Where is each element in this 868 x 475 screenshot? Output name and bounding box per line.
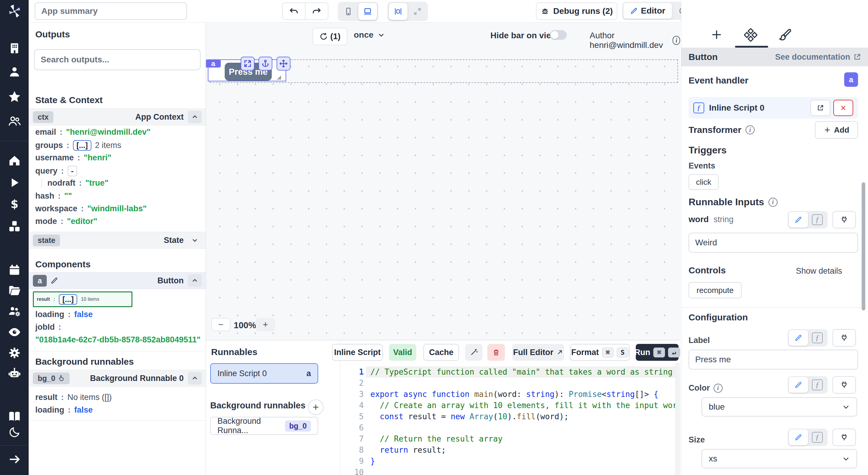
color-mode-toggle: ƒ (788, 376, 828, 394)
info-icon[interactable]: i (714, 384, 723, 393)
schedule-dropdown[interactable]: once (354, 30, 385, 40)
zoom-in-button[interactable]: + (256, 318, 275, 331)
connect-plug-button[interactable] (832, 376, 856, 394)
fullwidth-layout-button[interactable] (408, 3, 427, 20)
expand-result-button[interactable]: [...] (59, 294, 78, 305)
connect-plug-button[interactable] (832, 429, 856, 446)
run-button[interactable]: Run ⌘ ↵ (636, 344, 679, 361)
word-value-input[interactable] (688, 233, 858, 252)
ai-robot-icon[interactable] (7, 367, 22, 380)
language-button[interactable]: Inline Script (332, 344, 383, 361)
debug-runs-button[interactable]: Debug runs (2) (536, 2, 617, 20)
nav-rail: $ (0, 0, 29, 475)
static-pencil-mode[interactable] (789, 377, 808, 393)
show-details-link[interactable]: Show details (796, 266, 842, 276)
rename-pencil-icon[interactable] (50, 277, 58, 284)
variables-dollar-icon[interactable]: $ (8, 198, 21, 211)
audit-eye-icon[interactable] (7, 325, 22, 339)
info-icon[interactable]: i (746, 125, 754, 134)
hide-bar-toggle[interactable] (550, 30, 567, 40)
windmill-logo[interactable] (6, 3, 23, 20)
event-handler-script-row[interactable]: ƒ Inline Script 0 (688, 97, 858, 119)
full-editor-button[interactable]: Full Editor (512, 344, 564, 361)
info-icon[interactable]: i (673, 36, 680, 45)
ctx-collapse-button[interactable] (188, 111, 202, 123)
app-summary-input[interactable] (35, 2, 187, 20)
search-outputs-input[interactable] (34, 49, 200, 70)
component-collapse-button[interactable] (188, 274, 202, 287)
anchor-handle[interactable] (258, 57, 272, 71)
user-icon[interactable] (8, 65, 21, 78)
redo-button[interactable] (306, 6, 328, 16)
centered-layout-button[interactable] (389, 3, 407, 20)
info-icon[interactable]: i (769, 198, 777, 207)
remove-script-button[interactable] (833, 100, 853, 116)
star-icon[interactable] (8, 90, 21, 103)
static-pencil-mode[interactable] (789, 330, 808, 346)
connect-plug-button[interactable] (832, 329, 856, 347)
users-group-icon[interactable] (7, 114, 22, 128)
ctx-section-header[interactable]: ctx App Context (29, 108, 206, 125)
home-icon[interactable] (8, 154, 21, 167)
schedules-calendar-icon[interactable] (8, 264, 21, 276)
state-section-header[interactable]: state State (29, 232, 206, 249)
move-handle[interactable] (277, 57, 290, 71)
styling-brush-tab[interactable] (778, 28, 792, 42)
refresh-all-button[interactable]: (1) (312, 28, 347, 45)
delete-script-button[interactable] (487, 344, 505, 361)
mobile-view-button[interactable] (339, 3, 358, 20)
editor-scrollbar[interactable] (675, 363, 680, 475)
eval-function-mode[interactable]: ƒ (808, 377, 827, 393)
chevron-down-icon (842, 403, 850, 411)
resize-corner-handle[interactable] (276, 75, 282, 80)
cache-button[interactable]: Cache (424, 344, 459, 361)
recompute-chip[interactable]: recompute (688, 282, 742, 298)
panel-scrollbar-thumb[interactable] (862, 182, 865, 310)
add-transformer-button[interactable]: Add (815, 121, 858, 139)
static-pencil-mode[interactable] (789, 212, 808, 228)
desktop-view-button[interactable] (358, 3, 377, 20)
editor-tab[interactable]: Editor (623, 3, 672, 19)
bg-runnable-item[interactable]: Background Runna... bg_0 (210, 417, 318, 435)
eval-function-mode[interactable]: ƒ (808, 430, 827, 445)
dark-mode-moon-icon[interactable] (8, 426, 21, 438)
eval-function-mode[interactable]: ƒ (808, 330, 827, 346)
result-output-row[interactable]: result: [...] 10 items (33, 292, 132, 307)
app-canvas[interactable]: (1) once Hide bar on view Author henri@w… (206, 23, 680, 340)
settings-gear-icon[interactable] (8, 346, 21, 360)
insert-component-tab[interactable] (710, 28, 723, 41)
zoom-out-button[interactable]: − (211, 318, 230, 331)
component-a-header[interactable]: a Button (29, 272, 206, 289)
state-expand-button[interactable] (188, 234, 202, 246)
connect-plug-button[interactable] (832, 211, 856, 229)
docs-book-icon[interactable] (8, 410, 21, 423)
static-pencil-mode[interactable] (789, 430, 808, 445)
label-value-input[interactable] (688, 350, 858, 370)
component-tag-badge[interactable]: a (206, 59, 221, 68)
bg0-section-header[interactable]: bg_0 Background Runnable 0 (29, 370, 206, 387)
expand-array-button[interactable]: [...] (73, 140, 92, 151)
bg0-collapse-button[interactable] (188, 372, 202, 384)
color-select[interactable]: blue (702, 397, 857, 416)
open-script-button[interactable] (810, 100, 830, 116)
loading-row: loading: false (35, 310, 93, 319)
code-lines[interactable]: // TypeScript function called "main" tha… (370, 367, 675, 475)
rail-divider (0, 141, 29, 141)
resources-cubes-icon[interactable] (8, 220, 21, 233)
settings-components-tab[interactable] (744, 28, 757, 42)
undo-button[interactable] (283, 6, 305, 16)
runnable-item-selected[interactable]: Inline Script 0 a (210, 363, 318, 384)
groups-gear-icon[interactable] (7, 304, 22, 318)
see-documentation-link[interactable]: See documentation (775, 53, 861, 62)
runs-play-icon[interactable] (8, 177, 21, 189)
format-button[interactable]: Format ⌘ S (570, 344, 630, 361)
size-select[interactable]: xs (702, 449, 857, 468)
collapse-arrow-icon[interactable] (8, 453, 21, 466)
folders-icon[interactable] (8, 284, 21, 297)
workspace-building-icon[interactable] (8, 42, 21, 55)
add-bg-runnable-button[interactable] (308, 399, 323, 415)
expand-object-button[interactable]: - (67, 166, 77, 176)
ai-wand-button[interactable] (465, 344, 483, 361)
eval-function-mode[interactable]: ƒ (808, 212, 827, 228)
expand-handle[interactable] (241, 57, 254, 71)
